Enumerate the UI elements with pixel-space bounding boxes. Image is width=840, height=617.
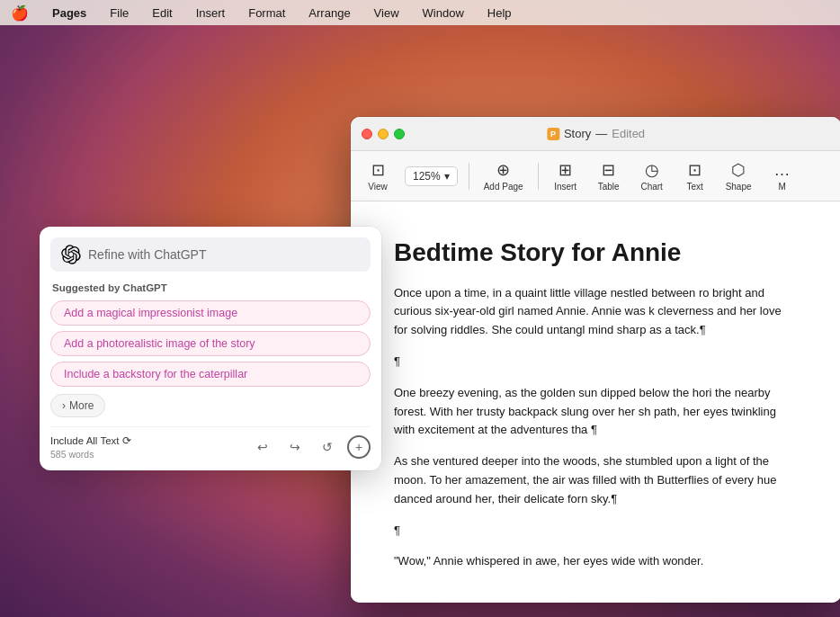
- zoom-value: 125%: [413, 170, 441, 183]
- title-separator: —: [595, 127, 607, 140]
- menubar-edit[interactable]: Edit: [148, 4, 175, 22]
- paragraph-4: As she ventured deeper into the woods, s…: [394, 452, 798, 508]
- table-label: Table: [598, 182, 620, 192]
- more-toolbar-button[interactable]: … M: [763, 157, 802, 195]
- table-button[interactable]: ⊟ Table: [589, 156, 629, 195]
- word-count: 585 words: [50, 449, 131, 460]
- add-button[interactable]: +: [347, 435, 371, 459]
- chatgpt-panel: Refine with ChatGPT Suggested by ChatGPT…: [40, 227, 381, 470]
- panel-footer: Include All Text ⟳ 585 words ↩ ↪ ↺ +: [50, 426, 371, 460]
- menubar-view[interactable]: View: [371, 4, 403, 22]
- shape-icon: ⬡: [731, 160, 746, 180]
- table-icon: ⊟: [602, 160, 615, 180]
- more-toolbar-label: M: [778, 182, 785, 192]
- footer-actions: ↩ ↪ ↺ +: [250, 434, 371, 460]
- insert-button[interactable]: ⊞ Insert: [546, 156, 585, 195]
- insert-icon: ⊞: [559, 160, 572, 180]
- traffic-lights: [362, 129, 405, 139]
- chatgpt-logo-icon: [61, 245, 81, 264]
- zoom-chevron-icon: ▾: [444, 170, 450, 183]
- text-button[interactable]: ⊡ Text: [675, 156, 715, 195]
- text-label: Text: [686, 182, 702, 192]
- suggestions-label: Suggested by ChatGPT: [50, 282, 371, 293]
- window-title: P Story — Edited: [547, 127, 645, 140]
- add-page-icon: ⊕: [496, 160, 510, 180]
- view-icon: ⊡: [371, 160, 385, 180]
- text-icon: ⊡: [688, 160, 701, 180]
- include-all-text[interactable]: Include All Text ⟳: [50, 434, 131, 447]
- menubar-pages[interactable]: Pages: [49, 4, 90, 22]
- menubar: 🍎 Pages File Edit Insert Format Arrange …: [0, 0, 840, 25]
- menubar-insert[interactable]: Insert: [192, 4, 229, 22]
- chatgpt-input-row[interactable]: Refine with ChatGPT: [50, 237, 371, 272]
- suggestion-2[interactable]: Add a photorealistic image of the story: [50, 331, 371, 356]
- view-label: View: [368, 182, 388, 192]
- document-title: Bedtime Story for Annie: [394, 237, 798, 268]
- document-icon: P: [547, 128, 559, 140]
- suggestion-1[interactable]: Add a magical impressionist image: [50, 300, 371, 326]
- more-chevron-icon: ›: [62, 399, 66, 412]
- paragraph-2: ¶: [394, 353, 798, 371]
- edited-label: Edited: [612, 127, 645, 140]
- footer-info: Include All Text ⟳ 585 words: [50, 434, 131, 460]
- suggestion-3[interactable]: Include a backstory for the caterpillar: [50, 362, 371, 387]
- menubar-window[interactable]: Window: [419, 4, 468, 22]
- pages-window: P Story — Edited ⊡ View 125% ▾ ⊕ Add Pag…: [351, 117, 840, 603]
- menubar-format[interactable]: Format: [245, 4, 289, 22]
- minimize-button[interactable]: [378, 129, 389, 139]
- titlebar: P Story — Edited: [351, 117, 840, 151]
- add-page-button[interactable]: ⊕ Add Page: [477, 156, 531, 195]
- add-page-label: Add Page: [484, 182, 523, 192]
- paragraph-3: One breezy evening, as the golden sun di…: [394, 384, 798, 440]
- toolbar: ⊡ View 125% ▾ ⊕ Add Page ⊞ Insert ⊟ Tabl…: [351, 151, 840, 201]
- toolbar-divider-2: [538, 163, 539, 190]
- more-button[interactable]: › More: [50, 394, 105, 417]
- shape-label: Shape: [726, 182, 752, 192]
- zoom-control[interactable]: 125% ▾: [405, 166, 458, 186]
- paragraph-6: "Wow," Annie whispered in awe, her eyes …: [394, 552, 798, 571]
- shape-button[interactable]: ⬡ Shape: [719, 156, 759, 195]
- toolbar-divider-1: [469, 163, 469, 190]
- refresh-icon: ↺: [322, 440, 333, 454]
- paragraph-1: Once upon a time, in a quaint little vil…: [394, 284, 798, 340]
- desktop: 🍎 Pages File Edit Insert Format Arrange …: [0, 0, 840, 617]
- redo-button[interactable]: ↪: [282, 434, 308, 460]
- undo-icon: ↩: [257, 440, 268, 454]
- redo-icon: ↪: [290, 440, 300, 454]
- chatgpt-input[interactable]: Refine with ChatGPT: [88, 247, 360, 262]
- chart-label: Chart: [640, 182, 662, 192]
- menubar-file[interactable]: File: [106, 4, 132, 22]
- more-label: More: [69, 399, 94, 412]
- close-button[interactable]: [362, 129, 372, 139]
- title-text: Story: [564, 127, 591, 140]
- refresh-button[interactable]: ↺: [315, 434, 340, 460]
- menubar-arrange[interactable]: Arrange: [305, 4, 353, 22]
- insert-label: Insert: [554, 182, 576, 192]
- add-icon: +: [355, 440, 362, 454]
- more-toolbar-icon: …: [774, 161, 791, 180]
- maximize-button[interactable]: [394, 129, 405, 139]
- document-content[interactable]: Bedtime Story for Annie Once upon a time…: [351, 201, 840, 603]
- paragraph-5: ¶: [394, 522, 798, 541]
- undo-button[interactable]: ↩: [250, 434, 275, 460]
- chart-button[interactable]: ◷ Chart: [632, 156, 672, 195]
- chart-icon: ◷: [645, 160, 659, 180]
- view-button[interactable]: ⊡ View: [358, 156, 398, 195]
- apple-menu[interactable]: 🍎: [11, 4, 29, 22]
- menubar-help[interactable]: Help: [484, 4, 515, 22]
